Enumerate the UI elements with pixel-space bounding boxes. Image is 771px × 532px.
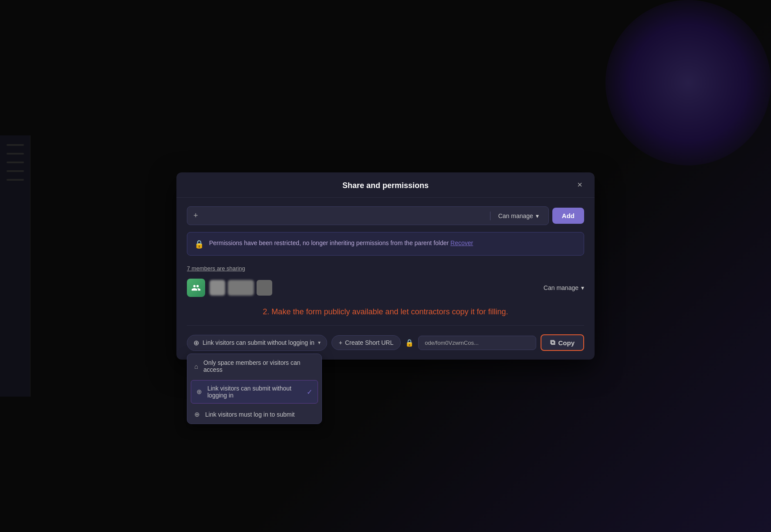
- share-url-section: ⊕ Link visitors can submit without loggi…: [187, 325, 584, 351]
- annotation-text: 2. Make the form publicly available and …: [187, 307, 584, 317]
- chevron-down-icon: ▾: [581, 284, 584, 291]
- avatar-group-icon: [187, 279, 205, 297]
- share-url-row: ⊕ Link visitors can submit without loggi…: [187, 334, 584, 351]
- invite-input-field[interactable]: + Can manage ▾: [187, 206, 549, 225]
- members-sharing-link[interactable]: 7 members are sharing: [187, 265, 245, 272]
- dropdown-item-submit-without-login[interactable]: ⊕ Link visitors can submit without loggi…: [191, 380, 318, 404]
- plus-icon: +: [193, 211, 198, 220]
- visibility-dropdown-menu: ⌂ Only space members or visitors can acc…: [187, 354, 322, 424]
- chevron-down-icon: ▾: [536, 212, 539, 219]
- copy-icon: ⧉: [550, 339, 555, 347]
- avatar: [210, 280, 225, 296]
- plus-icon: +: [339, 339, 342, 346]
- invite-row: + Can manage ▾ Add: [187, 206, 584, 225]
- create-short-url-label: Create Short URL: [345, 339, 393, 346]
- dropdown-item-must-log-in[interactable]: ⊕ Link visitors must log in to submit: [187, 405, 321, 424]
- url-display: ode/fom0VzwmCos...: [418, 336, 536, 350]
- notice-text: Permissions have been restricted, no lon…: [209, 239, 473, 248]
- visibility-label: Link visitors can submit without logging…: [203, 339, 314, 346]
- checkmark-icon: ✓: [307, 388, 312, 396]
- member-row: Can manage ▾: [187, 279, 584, 297]
- modal-title: Share and permissions: [342, 181, 429, 190]
- dropdown-item-space-members[interactable]: ⌂ Only space members or visitors can acc…: [187, 354, 321, 378]
- globe-icon: ⊕: [196, 388, 202, 396]
- modal-body: + Can manage ▾ Add 🔒 Permissions have be…: [176, 198, 595, 360]
- recover-link[interactable]: Recover: [450, 239, 473, 246]
- member-permission-label: Can manage: [544, 284, 578, 291]
- lock-url-icon[interactable]: 🔒: [405, 339, 414, 347]
- copy-button[interactable]: ⧉ Copy: [541, 334, 585, 351]
- chevron-down-icon: ▾: [318, 340, 321, 346]
- member-permission-select[interactable]: Can manage ▾: [544, 284, 584, 291]
- share-permissions-modal: Share and permissions × + Can manage ▾ A…: [176, 172, 595, 360]
- permission-label: Can manage: [498, 212, 533, 219]
- modal-header: Share and permissions ×: [176, 172, 595, 198]
- visibility-dropdown[interactable]: ⊕ Link visitors can submit without loggi…: [187, 335, 327, 351]
- avatar: [228, 280, 254, 296]
- home-icon: ⌂: [194, 363, 198, 370]
- globe-icon: ⊕: [193, 339, 199, 347]
- close-button[interactable]: ×: [574, 179, 586, 191]
- permissions-notice: 🔒 Permissions have been restricted, no l…: [187, 232, 584, 256]
- create-short-url-button[interactable]: + Create Short URL: [331, 335, 401, 350]
- add-button[interactable]: Add: [552, 208, 584, 224]
- permission-select[interactable]: Can manage ▾: [495, 212, 542, 219]
- input-divider: [490, 212, 490, 220]
- copy-label: Copy: [558, 339, 575, 347]
- avatar: [257, 280, 272, 296]
- member-avatars: [210, 280, 272, 296]
- globe-icon: ⊕: [194, 411, 200, 418]
- lock-icon: 🔒: [194, 239, 204, 249]
